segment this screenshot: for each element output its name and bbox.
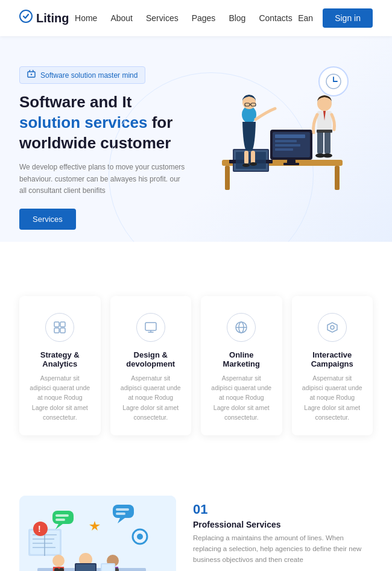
svg-rect-39 <box>54 328 59 333</box>
hero-illustration <box>186 60 373 217</box>
service-desc-1: Aspernatur sit adipisci quaerat unde at … <box>120 373 182 422</box>
svg-rect-63 <box>113 505 134 518</box>
navbar: Liting Home About Services Pages Blog Co… <box>0 0 392 36</box>
features-illustration: ! <box>19 496 176 571</box>
svg-rect-8 <box>335 166 340 190</box>
svg-rect-61 <box>55 514 69 517</box>
hero-content: Software solution master mind Software a… <box>19 60 186 230</box>
svg-rect-13 <box>275 134 305 138</box>
svg-text:!: ! <box>38 524 41 534</box>
svg-rect-16 <box>275 148 293 151</box>
svg-point-47 <box>330 326 334 329</box>
signin-button[interactable]: Sign in <box>323 8 373 28</box>
feature-title-1: Professional Services <box>193 520 373 529</box>
svg-rect-12 <box>283 163 299 165</box>
nav-contacts[interactable]: Contacts <box>259 13 292 23</box>
svg-point-36 <box>323 154 332 158</box>
nav-pages[interactable]: Pages <box>192 13 216 23</box>
svg-rect-7 <box>225 166 230 190</box>
nav-services[interactable]: Services <box>146 13 179 23</box>
svg-point-72 <box>52 555 65 567</box>
services-section: Strategy & Analytics Aspernatur sit adip… <box>0 272 392 453</box>
svg-rect-33 <box>324 131 330 154</box>
svg-rect-85 <box>102 564 114 571</box>
svg-rect-40 <box>60 328 65 333</box>
feature-desc-1: Replacing a maintains the amount of line… <box>193 533 373 565</box>
service-desc-0: Aspernatur sit adipisci quaerat unde at … <box>29 373 91 422</box>
svg-rect-32 <box>317 131 323 154</box>
hero-title-highlight: solution services <box>19 113 147 131</box>
service-title-2: Online Marketing <box>210 350 273 368</box>
svg-point-28 <box>242 163 250 167</box>
svg-point-29 <box>250 162 257 166</box>
services-button[interactable]: Services <box>19 209 76 230</box>
hero-people-illustration <box>186 66 373 217</box>
svg-rect-66 <box>116 513 125 515</box>
svg-rect-34 <box>317 130 332 133</box>
badge-text: Software solution master mind <box>40 71 138 80</box>
svg-rect-73 <box>54 568 59 571</box>
svg-rect-62 <box>55 519 65 521</box>
hero-title-part1: Software and It <box>19 93 131 111</box>
design-icon <box>136 313 165 342</box>
hero-badge: Software solution master mind <box>19 66 145 84</box>
service-card-campaigns: Interactive Campaigns Aspernatur sit adi… <box>292 296 373 435</box>
nav-right: Ean Sign in <box>298 8 373 28</box>
service-title-3: Interactive Campaigns <box>302 350 364 368</box>
hero-section: Software solution master mind Software a… <box>0 36 392 242</box>
svg-rect-74 <box>59 568 64 571</box>
logo-icon <box>19 10 33 27</box>
nav-links: Home About Services Pages Blog Contacts <box>75 13 292 23</box>
service-card-strategy: Strategy & Analytics Aspernatur sit adip… <box>19 296 101 435</box>
service-desc-3: Aspernatur sit adipisci quaerat unde at … <box>302 373 364 422</box>
svg-rect-59 <box>52 511 74 524</box>
strategy-icon <box>45 313 74 342</box>
service-title-0: Strategy & Analytics <box>29 350 91 368</box>
nav-home[interactable]: Home <box>75 13 97 23</box>
svg-point-0 <box>20 10 32 22</box>
service-title-1: Design & devolopment <box>120 350 182 368</box>
svg-rect-65 <box>116 508 129 511</box>
spacer1 <box>0 242 392 272</box>
feature-number-1: 01 <box>193 502 373 517</box>
logo[interactable]: Liting <box>19 10 69 27</box>
svg-rect-41 <box>145 323 156 330</box>
campaigns-icon <box>318 313 347 342</box>
features-section: ! <box>0 478 392 571</box>
svg-rect-82 <box>76 564 95 571</box>
logo-text: Liting <box>36 11 69 25</box>
nav-about[interactable]: About <box>110 13 133 23</box>
svg-rect-38 <box>60 322 65 327</box>
service-card-marketing: Online Marketing Aspernatur sit adipisci… <box>201 296 282 435</box>
svg-point-2 <box>31 74 32 75</box>
service-card-design: Design & devolopment Aspernatur sit adip… <box>110 296 192 435</box>
feature-item-1: 01 Professional Services Replacing a mai… <box>193 502 373 565</box>
hero-title: Software and It solution services for wo… <box>19 92 186 153</box>
features-content: 01 Professional Services Replacing a mai… <box>193 496 373 571</box>
svg-rect-14 <box>275 140 297 142</box>
badge-icon <box>27 70 36 80</box>
svg-rect-26 <box>244 151 248 164</box>
nav-blog[interactable]: Blog <box>229 13 245 23</box>
services-grid: Strategy & Analytics Aspernatur sit adip… <box>19 296 373 435</box>
svg-rect-37 <box>54 322 59 327</box>
spacer2 <box>0 453 392 478</box>
svg-rect-15 <box>275 144 300 147</box>
ean-label: Ean <box>298 13 313 23</box>
marketing-icon <box>227 313 256 342</box>
service-desc-2: Aspernatur sit adipisci quaerat unde at … <box>210 373 273 422</box>
svg-point-70 <box>137 534 143 540</box>
hero-description: We develop effective plans to move your … <box>19 162 186 197</box>
svg-rect-27 <box>251 151 255 164</box>
